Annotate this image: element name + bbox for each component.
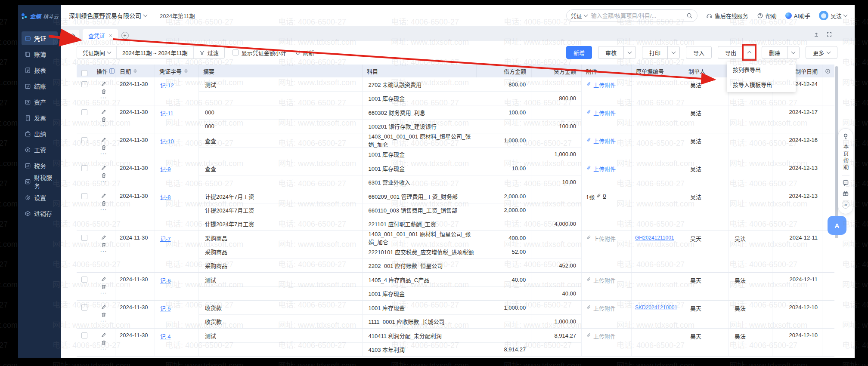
sidebar-item-tax[interactable]: 税务 [22, 159, 58, 172]
more-actions-icon[interactable]: ··· [100, 292, 107, 294]
sidebar-item-payroll[interactable]: 工资 [22, 143, 58, 157]
close-icon[interactable]: × [109, 32, 112, 39]
edit-icon[interactable] [101, 332, 107, 338]
expand-more-icon[interactable]: » [842, 201, 849, 209]
sidebar-item-tax-services[interactable]: 财税服务 [22, 175, 58, 188]
floating-ai-button[interactable]: A [828, 216, 846, 235]
audit-label[interactable]: 审核 [598, 46, 623, 58]
sort-icon[interactable] [133, 69, 137, 73]
attachment-upload-link[interactable]: 上传附件 [586, 304, 616, 312]
voucher-link[interactable]: 记-12 [160, 82, 174, 89]
attachment-upload-link[interactable]: 上传附件 [586, 332, 616, 340]
delete-icon[interactable] [101, 242, 107, 248]
sidebar-item-inventory[interactable]: 进销存 [22, 206, 58, 220]
row-checkbox[interactable] [77, 161, 92, 189]
row-checkbox[interactable] [77, 77, 92, 105]
refresh-button[interactable]: 刷新 [295, 49, 314, 57]
delete-icon[interactable] [101, 117, 107, 123]
attachment-upload-link[interactable]: 上传附件 [586, 165, 616, 173]
collapse-up-icon[interactable] [813, 31, 819, 37]
attachment-upload-link[interactable]: 上传附件 [586, 109, 616, 117]
sidebar-item-closing[interactable]: 结账 [22, 79, 58, 93]
more-button[interactable]: 更多 [806, 46, 837, 59]
voucher-link[interactable]: 记-10 [160, 138, 174, 145]
sidebar-item-settings[interactable]: 设置 [22, 191, 58, 204]
help-link[interactable]: 帮助 [757, 12, 777, 20]
feedback-comment-icon[interactable] [842, 179, 849, 186]
print-button[interactable]: 打印 [642, 46, 680, 59]
export-button[interactable]: 导出按列表导出按导入模板导出 [718, 46, 756, 59]
user-menu[interactable]: 吴法 [819, 11, 847, 20]
delete-icon[interactable] [101, 284, 107, 290]
sidebar-item-books[interactable]: 账簿 [22, 47, 58, 61]
import-label[interactable]: 导入 [686, 46, 711, 58]
row-checkbox[interactable] [77, 133, 92, 161]
sort-icon[interactable] [184, 69, 188, 73]
delete-dropdown-toggle[interactable] [787, 46, 799, 58]
source-doc-link[interactable]: GH20241211001 [635, 235, 674, 241]
delete-icon[interactable] [101, 172, 107, 178]
select-all-checkbox[interactable] [77, 65, 92, 77]
show-subtotal-checkbox[interactable]: 显示凭证金额小计 [232, 49, 286, 57]
after-sales-service-link[interactable]: 售后在线服务 [706, 12, 748, 20]
row-checkbox[interactable] [77, 231, 92, 272]
voucher-link[interactable]: 记-11 [160, 110, 174, 117]
gift-icon[interactable] [842, 190, 849, 197]
sidebar-item-cashier[interactable]: 出纳 [22, 127, 58, 141]
home-tab-button[interactable] [66, 30, 79, 41]
source-doc-link[interactable]: SKD20241210001 [635, 304, 677, 311]
import-button[interactable]: 导入 [686, 46, 712, 59]
column-settings-icon[interactable] [109, 68, 115, 74]
more-actions-icon[interactable]: ··· [100, 124, 107, 127]
more-label[interactable]: 更多 [806, 46, 837, 58]
row-checkbox[interactable] [77, 189, 92, 231]
ai-assistant-link[interactable]: AI助手 [785, 12, 810, 20]
voucher-link[interactable]: 记-4 [160, 333, 171, 340]
attachment-count[interactable]: 1张0 [586, 193, 606, 201]
print-dropdown-toggle[interactable] [667, 46, 679, 58]
search-input[interactable] [591, 12, 686, 19]
table-settings-gear[interactable] [822, 65, 834, 77]
audit-button[interactable]: 审核 [598, 46, 636, 59]
more-actions-icon[interactable]: ··· [100, 320, 107, 322]
attachment-upload-link[interactable]: 上传附件 [586, 137, 616, 145]
search-icon[interactable] [686, 12, 693, 19]
voucher-link[interactable]: 记-7 [160, 236, 171, 242]
export-dropdown-toggle[interactable] [743, 46, 755, 58]
voucher-link[interactable]: 记-8 [160, 194, 171, 200]
audit-dropdown-toggle[interactable] [623, 46, 636, 58]
period-type-select[interactable]: 凭证期间 [77, 46, 116, 58]
attachment-upload-link[interactable]: 上传附件 [586, 276, 616, 284]
more-actions-icon[interactable]: ··· [100, 96, 107, 99]
more-actions-icon[interactable]: ··· [100, 250, 107, 252]
page-help-icon[interactable] [842, 133, 849, 140]
delete-button[interactable]: 删除 [762, 46, 800, 59]
more-actions-icon[interactable]: ··· [100, 152, 107, 155]
delete-icon[interactable] [101, 89, 107, 95]
row-checkbox[interactable] [77, 301, 92, 328]
row-checkbox[interactable] [77, 329, 92, 356]
edit-icon[interactable] [101, 137, 107, 143]
sidebar-item-invoice[interactable]: 发票 [22, 111, 58, 125]
delete-icon[interactable] [101, 340, 107, 346]
edit-icon[interactable] [101, 165, 107, 171]
fullscreen-icon[interactable] [826, 31, 832, 37]
edit-icon[interactable] [101, 193, 107, 199]
edit-icon[interactable] [101, 276, 107, 282]
column-header-date[interactable]: 日期 [115, 65, 155, 77]
more-actions-icon[interactable]: ··· [100, 180, 107, 183]
delete-icon[interactable] [101, 145, 107, 151]
search-scope-select[interactable]: 凭证 [571, 12, 591, 20]
app-logo[interactable]: 金蝶 精斗云 [18, 5, 61, 27]
row-checkbox[interactable] [77, 273, 92, 300]
period-range-picker[interactable]: 2024年11期 ~ 2024年11期 [116, 46, 193, 58]
add-button[interactable]: 新增 [566, 46, 592, 59]
edit-icon[interactable] [101, 234, 107, 240]
export-menu-item-1[interactable]: 按导入模板导出 [727, 77, 796, 92]
print-label[interactable]: 打印 [642, 46, 667, 58]
sidebar-item-assets[interactable]: 资产 [22, 95, 58, 109]
export-label[interactable]: 导出 [718, 46, 743, 58]
sidebar-item-reports[interactable]: 报表 [22, 63, 58, 77]
row-checkbox[interactable] [77, 105, 92, 133]
page-help-label[interactable]: 本页帮助 [842, 144, 850, 171]
